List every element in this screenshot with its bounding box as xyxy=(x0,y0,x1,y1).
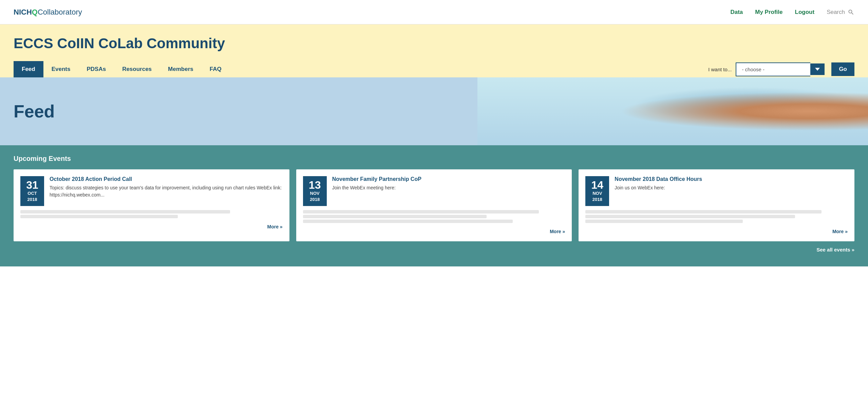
header-nav: Data My Profile Logout Search xyxy=(730,9,854,16)
event-card-1: 31 OCT 2018 October 2018 Action Period C… xyxy=(14,169,289,241)
event-blurred-3c xyxy=(585,220,743,223)
choose-select[interactable]: - choose - xyxy=(736,62,810,76)
upcoming-events-section: Upcoming Events 31 OCT 2018 October 2018… xyxy=(0,145,868,266)
upcoming-events-title: Upcoming Events xyxy=(14,155,854,163)
yellow-banner: ECCS CoIIN CoLab Community Feed Events P… xyxy=(0,24,868,77)
see-all-events: See all events » xyxy=(14,241,854,253)
i-want-to-section: I want to... - choose - Go xyxy=(708,62,854,76)
event-date-box-1: 31 OCT 2018 xyxy=(20,176,44,206)
event-more-1: More » xyxy=(20,224,283,230)
event-day-3: 14 xyxy=(590,180,604,190)
search-label: Search xyxy=(827,9,845,16)
event-date-box-3: 14 NOV 2018 xyxy=(585,176,609,206)
event-info-1: October 2018 Action Period Call Topics: … xyxy=(50,176,283,199)
nav-my-profile[interactable]: My Profile xyxy=(755,9,782,16)
tab-events[interactable]: Events xyxy=(43,61,79,77)
search-icon xyxy=(848,9,854,16)
event-blurred-2a xyxy=(303,210,539,213)
feed-hero: Feed xyxy=(0,77,868,145)
event-info-2: November Family Partnership CoP Join the… xyxy=(332,176,421,191)
event-month-2: NOV xyxy=(308,190,322,197)
feed-hero-image xyxy=(477,77,868,145)
event-more-3: More » xyxy=(585,228,848,235)
event-card-top-1: 31 OCT 2018 October 2018 Action Period C… xyxy=(20,176,283,206)
chevron-down-icon xyxy=(815,67,820,72)
event-year-2: 2018 xyxy=(308,197,322,203)
event-desc-3: Join us on WebEx here: xyxy=(615,184,702,191)
community-title: ECCS CoIIN CoLab Community xyxy=(14,35,854,52)
event-blurred-3a xyxy=(585,210,821,213)
site-logo[interactable]: NICHQ Collaboratory xyxy=(14,8,82,17)
go-button[interactable]: Go xyxy=(831,62,854,76)
event-more-link-1[interactable]: More » xyxy=(267,224,283,229)
event-more-2: More » xyxy=(303,228,565,235)
event-title-2[interactable]: November Family Partnership CoP xyxy=(332,176,421,182)
event-more-link-2[interactable]: More » xyxy=(550,229,565,234)
tab-resources[interactable]: Resources xyxy=(114,61,160,77)
event-card-3: 14 NOV 2018 November 2018 Data Office Ho… xyxy=(579,169,854,241)
event-desc-2: Join the WebEx meeting here: xyxy=(332,184,421,191)
tab-pdsas[interactable]: PDSAs xyxy=(78,61,114,77)
event-title-1[interactable]: October 2018 Action Period Call xyxy=(50,176,283,182)
event-more-link-3[interactable]: More » xyxy=(832,229,848,234)
feed-hero-image-inner xyxy=(477,77,868,145)
i-want-to-label: I want to... xyxy=(708,67,732,72)
tab-feed[interactable]: Feed xyxy=(14,61,43,77)
tabs: Feed Events PDSAs Resources Members FAQ xyxy=(14,61,230,77)
search-area[interactable]: Search xyxy=(827,9,854,16)
event-year-1: 2018 xyxy=(25,197,39,203)
event-blurred-2c xyxy=(303,220,513,223)
event-month-1: OCT xyxy=(25,190,39,197)
event-date-box-2: 13 NOV 2018 xyxy=(303,176,327,206)
event-blurred-1b xyxy=(20,215,178,218)
tab-faq[interactable]: FAQ xyxy=(202,61,230,77)
see-all-events-link[interactable]: See all events » xyxy=(816,247,854,253)
event-title-3[interactable]: November 2018 Data Office Hours xyxy=(615,176,702,182)
event-info-3: November 2018 Data Office Hours Join us … xyxy=(615,176,702,191)
event-day-1: 31 xyxy=(25,180,39,190)
select-arrow-button[interactable] xyxy=(810,63,825,75)
tab-bar: Feed Events PDSAs Resources Members FAQ … xyxy=(14,61,854,77)
nav-logout[interactable]: Logout xyxy=(795,9,815,16)
logo-collaboratory: Collaboratory xyxy=(38,8,82,17)
event-day-2: 13 xyxy=(308,180,322,190)
event-blurred-2b xyxy=(303,215,487,218)
logo-nichq: NICHQ xyxy=(14,8,38,17)
nav-data[interactable]: Data xyxy=(730,9,743,16)
site-header: NICHQ Collaboratory Data My Profile Logo… xyxy=(0,0,868,24)
event-card-top-3: 14 NOV 2018 November 2018 Data Office Ho… xyxy=(585,176,848,206)
event-blurred-3b xyxy=(585,215,795,218)
feed-title: Feed xyxy=(0,101,55,122)
event-card-top-2: 13 NOV 2018 November Family Partnership … xyxy=(303,176,565,206)
event-year-3: 2018 xyxy=(590,197,604,203)
event-desc-1: Topics: discuss strategies to use your t… xyxy=(50,184,283,199)
event-blurred-1a xyxy=(20,210,230,213)
choose-select-wrapper: - choose - xyxy=(736,62,825,76)
events-grid: 31 OCT 2018 October 2018 Action Period C… xyxy=(14,169,854,241)
tab-members[interactable]: Members xyxy=(160,61,202,77)
event-month-3: NOV xyxy=(590,190,604,197)
event-card-2: 13 NOV 2018 November Family Partnership … xyxy=(296,169,572,241)
